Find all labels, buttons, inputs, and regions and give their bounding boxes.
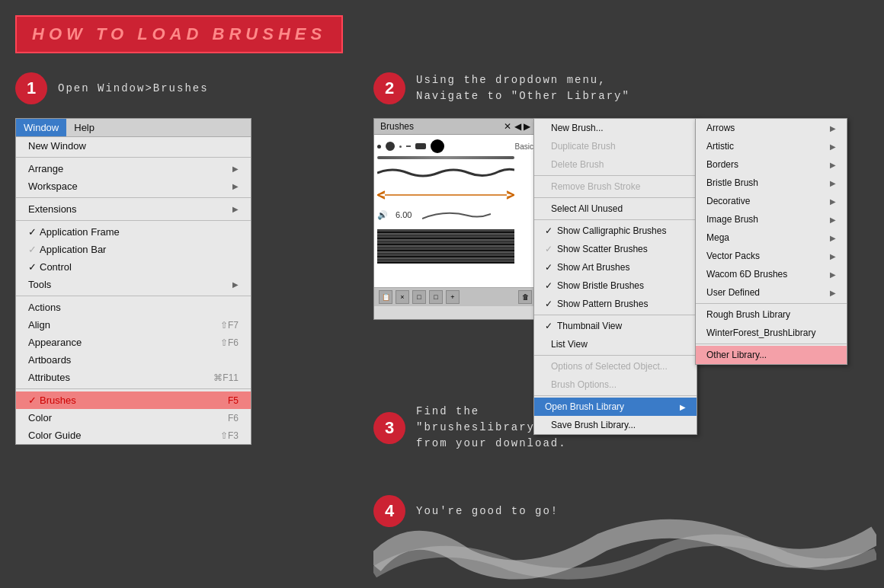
brushes-bottom-bar: 📋 × □ □ + 🗑 bbox=[374, 287, 536, 306]
sub-winterforest[interactable]: WinterForest_BrushLibrary bbox=[696, 324, 847, 342]
brushes-panel-title: Brushes ✕ ◀ ▶ bbox=[374, 119, 536, 135]
brush-pattern bbox=[377, 229, 514, 264]
brush-btn-1[interactable]: 📋 bbox=[379, 290, 392, 304]
sub-borders[interactable]: Borders bbox=[696, 155, 847, 174]
menu-arrange[interactable]: Arrange bbox=[16, 160, 251, 177]
sub-decorative[interactable]: Decorative bbox=[696, 192, 847, 210]
dd-select-unused[interactable]: Select All Unused bbox=[534, 200, 697, 218]
menu-sep-4 bbox=[16, 296, 251, 296]
brush-row-5: 🔊 6.00 bbox=[377, 206, 533, 223]
step1-text: Open Window>Brushes bbox=[58, 81, 209, 97]
menu-actions[interactable]: Actions bbox=[16, 299, 251, 316]
menu-bar-help[interactable]: Help bbox=[66, 119, 102, 136]
brush-row-1: Basic bbox=[377, 138, 533, 155]
menu-brushes[interactable]: BrushesF5 bbox=[16, 391, 251, 409]
sub-sep-1 bbox=[696, 303, 847, 304]
brushes-panel: Brushes ✕ ◀ ▶ Basic bbox=[373, 118, 537, 320]
step2-text: Using the dropdown menu,Navigate to "Oth… bbox=[416, 72, 630, 104]
dd-show-bristle[interactable]: Show Bristle Brushes bbox=[534, 276, 697, 295]
sub-rough-library[interactable]: Rough Brush Library bbox=[696, 305, 847, 324]
step2-header: 2 Using the dropdown menu,Navigate to "O… bbox=[373, 72, 630, 104]
sub-vector-packs[interactable]: Vector Packs bbox=[696, 247, 847, 265]
brush-row-6 bbox=[377, 228, 533, 265]
brush-row-4 bbox=[377, 185, 533, 205]
brush-curve-svg bbox=[422, 208, 491, 222]
menu-sep-1 bbox=[16, 157, 251, 158]
menu-sep-5 bbox=[16, 388, 251, 389]
dd-save-library[interactable]: Save Brush Library... bbox=[534, 416, 697, 434]
brush-btn-3[interactable]: □ bbox=[412, 290, 426, 304]
sub-artistic[interactable]: Artistic bbox=[696, 137, 847, 155]
brush-btn-2[interactable]: × bbox=[396, 290, 409, 304]
brush-stroke-1 bbox=[377, 156, 514, 159]
dd-show-calligraphic[interactable]: Show Calligraphic Brushes bbox=[534, 222, 697, 240]
menu-new-window[interactable]: New Window bbox=[16, 137, 251, 155]
dd-sep-2 bbox=[534, 197, 697, 198]
step2-circle: 2 bbox=[373, 72, 405, 104]
step1-circle: 1 bbox=[15, 72, 47, 104]
menu-align[interactable]: Align⇧F7 bbox=[16, 316, 251, 334]
brush-stroke-svg bbox=[377, 165, 514, 179]
brush-btn-delete[interactable]: 🗑 bbox=[518, 290, 532, 304]
dd-thumbnail-view[interactable]: Thumbnail View bbox=[534, 317, 697, 335]
dd-sep-6 bbox=[534, 395, 697, 396]
menu-workspace[interactable]: Workspace bbox=[16, 177, 251, 195]
menu-attributes[interactable]: Attributes⌘F11 bbox=[16, 369, 251, 386]
header-banner: HOW TO LOAD BRUSHES bbox=[15, 15, 343, 53]
brush-dot-lg bbox=[431, 139, 444, 153]
dd-delete-brush: Delete Brush bbox=[534, 155, 697, 174]
menu-artboards[interactable]: Artboards bbox=[16, 351, 251, 369]
dd-show-pattern[interactable]: Show Pattern Brushes bbox=[534, 295, 697, 313]
dd-open-library[interactable]: Open Brush Library bbox=[534, 398, 697, 416]
brush-dot-xs bbox=[399, 145, 402, 148]
submenu-panel: Arrows Artistic Borders Bristle Brush De… bbox=[695, 118, 847, 365]
brush-row-3 bbox=[377, 164, 533, 181]
menu-appearance[interactable]: Appearance⇧F6 bbox=[16, 334, 251, 351]
brush-btn-new[interactable]: + bbox=[446, 290, 460, 304]
brush-row-2 bbox=[377, 155, 533, 161]
menu-sep-3 bbox=[16, 220, 251, 221]
brush-rect bbox=[415, 143, 426, 149]
sub-arrows[interactable]: Arrows bbox=[696, 119, 847, 137]
menu-app-frame[interactable]: Application Frame bbox=[16, 223, 251, 241]
sub-bristle[interactable]: Bristle Brush bbox=[696, 174, 847, 192]
brush-basic-label: Basic bbox=[512, 142, 533, 151]
dd-options-selected: Options of Selected Object... bbox=[534, 357, 697, 375]
sub-sep-2 bbox=[696, 344, 847, 344]
dd-remove-stroke: Remove Brush Stroke bbox=[534, 177, 697, 196]
sub-mega[interactable]: Mega bbox=[696, 228, 847, 247]
step3-circle: 3 bbox=[373, 412, 405, 444]
dd-sep-5 bbox=[534, 355, 697, 356]
sub-image-brush[interactable]: Image Brush bbox=[696, 210, 847, 228]
menu-sep-2 bbox=[16, 197, 251, 198]
sub-other-library[interactable]: Other Library... bbox=[696, 346, 847, 364]
menu-color-guide[interactable]: Color Guide⇧F3 bbox=[16, 427, 251, 444]
brushes-content: Basic 🔊 6.00 bbox=[374, 135, 536, 287]
brush-btn-4[interactable]: □ bbox=[429, 290, 443, 304]
brush-dash bbox=[406, 145, 411, 147]
dd-sep-4 bbox=[534, 315, 697, 315]
brush-preview bbox=[373, 512, 876, 588]
sub-wacom[interactable]: Wacom 6D Brushes bbox=[696, 265, 847, 283]
menu-bar-window[interactable]: Window bbox=[16, 119, 66, 136]
menu-control[interactable]: Control bbox=[16, 258, 251, 276]
menu-app-bar[interactable]: Application Bar bbox=[16, 241, 251, 258]
dd-sep-3 bbox=[534, 219, 697, 220]
dd-brush-options: Brush Options... bbox=[534, 375, 697, 394]
brush-preview-svg bbox=[373, 512, 876, 588]
dd-new-brush[interactable]: New Brush... bbox=[534, 119, 697, 137]
dd-show-scatter[interactable]: Show Scatter Brushes bbox=[534, 240, 697, 258]
dd-show-art[interactable]: Show Art Brushes bbox=[534, 258, 697, 276]
dropdown-menu: New Brush... Duplicate Brush Delete Brus… bbox=[533, 118, 697, 435]
menu-color[interactable]: ColorF6 bbox=[16, 409, 251, 427]
header-title: HOW TO LOAD BRUSHES bbox=[32, 24, 326, 43]
menu-tools[interactable]: Tools bbox=[16, 276, 251, 293]
menu-bar: Window Help bbox=[16, 119, 251, 137]
step1-header: 1 Open Window>Brushes bbox=[15, 72, 209, 104]
window-menu-panel: Window Help New Window Arrange Workspace… bbox=[15, 118, 251, 445]
brush-dot-sm bbox=[377, 145, 381, 149]
menu-extensions[interactable]: Extensions bbox=[16, 200, 251, 218]
brush-arrows-svg bbox=[377, 187, 514, 203]
sub-user-defined[interactable]: User Defined bbox=[696, 283, 847, 302]
dd-list-view[interactable]: List View bbox=[534, 335, 697, 353]
